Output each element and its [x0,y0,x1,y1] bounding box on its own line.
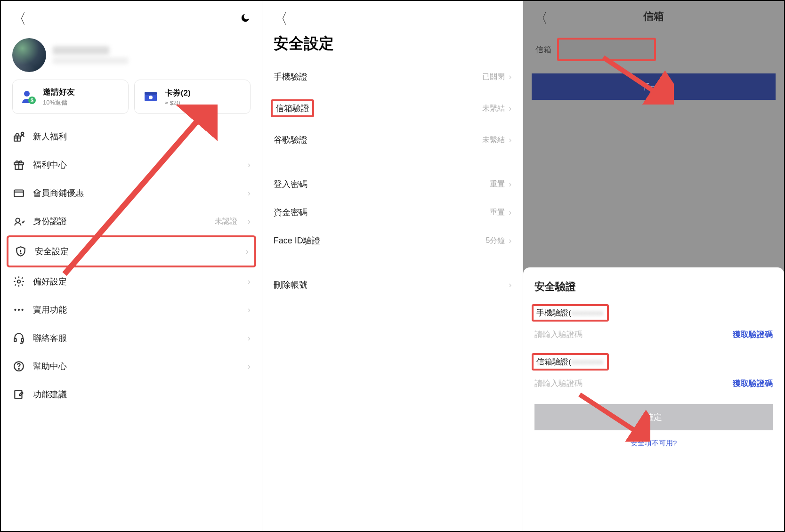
setting-label: 刪除帳號 [274,279,505,290]
gift-person-icon [12,130,25,143]
svg-point-11 [16,218,20,223]
email-verify-label: 信箱驗證(xxxxxxxx [532,353,609,371]
chevron-right-icon: › [509,208,511,218]
setting-item-1-0[interactable]: 登入密碼重置› [262,170,523,198]
edit-icon [12,388,25,401]
setting-item-1-2[interactable]: Face ID驗證5分鐘› [262,226,523,255]
chevron-right-icon: › [248,160,251,170]
coupon-title: 卡券(2) [165,88,191,98]
menu-item-4[interactable]: 安全設定› [7,235,256,267]
back-icon[interactable]: 〈 [534,9,548,27]
card-icon [12,186,25,200]
svg-point-21 [18,369,19,370]
menu-label: 功能建議 [33,389,251,400]
setting-label: Face ID驗證 [274,235,486,246]
back-icon[interactable]: 〈 [274,11,288,26]
chevron-right-icon: › [248,188,251,198]
chevron-right-icon: › [509,72,511,82]
dots-icon [12,303,25,316]
get-phone-code-button[interactable]: 獲取驗證碼 [733,329,773,340]
menu-item-8[interactable]: 幫助中心› [7,352,256,380]
gift-icon [12,158,25,171]
chevron-right-icon: › [248,362,251,371]
chevron-right-icon: › [509,179,511,189]
svg-rect-18 [14,339,16,342]
svg-point-14 [17,280,21,283]
menu-label: 實用功能 [33,304,237,315]
setting-value: 未繫結 [482,104,505,113]
dark-mode-icon[interactable] [240,13,251,26]
menu-label: 幫助中心 [33,361,237,372]
setting-label: 登入密碼 [274,178,490,190]
setting-value: 5分鐘 [486,236,505,246]
verification-sheet: 安全驗證 手機驗證(xxxxxxxx 請輸入驗證碼 獲取驗證碼 信箱驗證(xxx… [523,267,784,531]
chevron-right-icon: › [509,280,511,290]
unavailable-link[interactable]: 安全項不可用? [534,439,773,448]
svg-point-0 [24,91,30,97]
sheet-title: 安全驗證 [534,280,773,294]
next-button[interactable]: 下一步 [532,73,776,100]
coupon-sub: ≈ $20 [165,99,191,106]
setting-item-2-0[interactable]: 刪除帳號› [262,271,523,299]
svg-rect-19 [21,339,23,342]
svg-point-15 [14,309,16,311]
email-input[interactable] [557,38,656,61]
coupon-card[interactable]: 卡券(2) ≈ $20 [134,80,251,114]
menu-item-9[interactable]: 功能建議 [7,380,256,409]
menu-item-0[interactable]: 新人福利 [7,122,256,151]
chevron-right-icon: › [248,305,251,315]
setting-label: 手機驗證 [274,71,483,82]
invite-friends-card[interactable]: $ 邀請好友 10%返傭 [12,80,129,114]
setting-value: 重置 [490,179,505,189]
svg-point-5 [149,96,153,99]
menu-item-5[interactable]: 偏好設定› [7,267,256,296]
menu-label: 聯絡客服 [33,332,237,344]
setting-item-1-1[interactable]: 資金密碼重置› [262,198,523,226]
setting-value: 未繫結 [482,135,505,145]
chevron-right-icon: › [509,104,511,113]
chevron-right-icon: › [248,333,251,343]
setting-value: 重置 [490,208,505,218]
chevron-right-icon: › [509,236,511,246]
email-label: 信箱 [535,44,551,55]
menu-item-1[interactable]: 福利中心› [7,151,256,179]
confirm-button[interactable]: 確定 [534,404,773,430]
menu-item-7[interactable]: 聯絡客服› [7,324,256,352]
setting-item-0-0[interactable]: 手機驗證已關閉› [262,63,523,91]
back-icon[interactable]: 〈 [12,9,26,29]
invite-title: 邀請好友 [43,87,75,97]
get-email-code-button[interactable]: 獲取驗證碼 [733,378,773,389]
setting-item-0-2[interactable]: 谷歌驗證未繫結› [262,126,523,154]
menu-label: 安全設定 [35,246,235,257]
page-title: 安全設定 [262,32,523,63]
menu-value: 未認證 [215,217,237,226]
setting-label: 資金密碼 [274,207,490,218]
menu-label: 新人福利 [33,131,251,142]
svg-point-7 [21,132,24,135]
svg-text:$: $ [31,97,33,103]
setting-value: 已關閉 [482,72,505,82]
menu-item-3[interactable]: 身份認證未認證› [7,207,256,235]
chevron-right-icon: › [248,277,251,287]
id-icon [12,215,25,228]
setting-label: 谷歌驗證 [274,134,483,145]
shield-icon [14,245,27,258]
svg-rect-10 [14,190,24,197]
menu-label: 會員商鋪優惠 [33,187,237,199]
chevron-right-icon: › [248,217,251,226]
gear-icon [12,275,25,288]
profile-info [53,46,251,64]
menu-item-2[interactable]: 會員商鋪優惠› [7,179,256,207]
email-code-input[interactable]: 請輸入驗證碼 [534,378,583,389]
setting-label: 信箱驗證 [271,99,314,117]
phone-verify-label: 手機驗證(xxxxxxxx [532,304,609,322]
page-title: 信箱 [643,9,664,24]
person-dollar-icon: $ [20,89,37,105]
headset-icon [12,331,25,345]
menu-item-6[interactable]: 實用功能› [7,296,256,324]
svg-point-16 [18,309,20,311]
chevron-right-icon: › [509,135,511,145]
profile-section[interactable] [1,33,262,80]
phone-code-input[interactable]: 請輸入驗證碼 [534,329,583,340]
setting-item-0-1[interactable]: 信箱驗證未繫結› [262,91,523,126]
